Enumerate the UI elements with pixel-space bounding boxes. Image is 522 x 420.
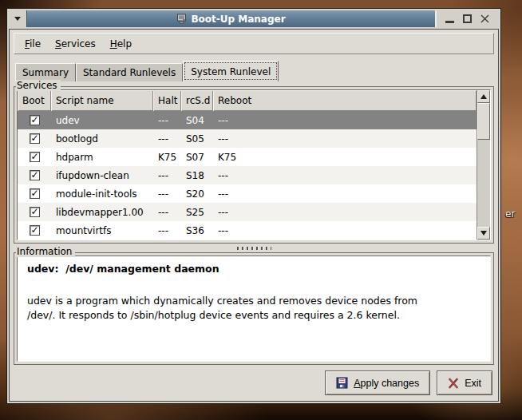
table-header: Boot Script name Halt rcS.d Reboot [18, 90, 477, 111]
cell-rcsd: S18 [181, 170, 213, 181]
titlebar-center[interactable]: Boot-Up Manager [26, 10, 435, 27]
boot-up-manager-window: Boot-Up Manager File Services Help Summa… [6, 8, 501, 404]
check-icon: ✓ [30, 208, 38, 216]
save-floppy-icon [336, 377, 348, 389]
apply-changes-button[interactable]: Apply changes [325, 370, 430, 395]
cell-reboot: --- [213, 188, 477, 200]
col-header-boot[interactable]: Boot [18, 90, 51, 111]
check-icon: ✓ [30, 226, 38, 235]
cell-script: ifupdown-clean [51, 170, 153, 181]
cell-rcsd: S36 [181, 225, 213, 236]
boot-checkbox[interactable]: ✓ [30, 225, 40, 236]
splitter-grip-icon [237, 247, 271, 250]
cell-rcsd: S04 [181, 115, 213, 126]
cell-rcsd: S05 [181, 133, 213, 145]
information-frame-label: Information [16, 246, 75, 257]
window-menu-button[interactable] [9, 10, 26, 27]
tab-summary[interactable]: Summary [15, 63, 76, 81]
cell-script: libdevmapper1.00 [51, 207, 153, 218]
scrollbar-thumb[interactable] [477, 103, 490, 140]
check-icon: ✓ [30, 189, 38, 198]
boot-checkbox[interactable]: ✓ [30, 133, 40, 144]
menu-services[interactable]: Services [48, 35, 103, 53]
cell-rcsd: S25 [181, 207, 213, 218]
arrow-up-icon [480, 94, 487, 99]
cell-halt: --- [153, 188, 181, 200]
table-row-ifupdown-clean[interactable]: ✓ ifupdown-clean --- S18 --- [18, 166, 477, 184]
window-title: Boot-Up Manager [191, 14, 285, 25]
window-controls [435, 10, 499, 27]
col-header-reboot[interactable]: Reboot [213, 90, 477, 111]
services-table: Boot Script name Halt rcS.d Reboot ✓ ude… [17, 89, 491, 240]
col-header-script[interactable]: Script name [51, 90, 153, 111]
table-row-hdparm[interactable]: ✓ hdparm K75 S07 K75 [18, 148, 477, 166]
service-description-title: udev: /dev/ management daemon [27, 263, 480, 275]
table-row-module-init-tools[interactable]: ✓ module-init-tools --- S20 --- [18, 184, 477, 203]
scroll-down-button[interactable] [477, 227, 490, 240]
cell-halt: K75 [153, 152, 181, 163]
services-tree: Boot Script name Halt rcS.d Reboot ✓ ude… [18, 90, 477, 240]
boot-checkbox[interactable]: ✓ [30, 170, 40, 180]
exit-button[interactable]: Exit [437, 370, 492, 395]
window-menu-arrow-icon [14, 17, 21, 21]
menubar: File Services Help [14, 33, 494, 54]
table-row-libdevmapper[interactable]: ✓ libdevmapper1.00 --- S25 --- [18, 203, 477, 221]
client-area: File Services Help Summary Standard Runl… [9, 29, 499, 402]
services-frame-label: Services [16, 80, 61, 91]
cell-script: udev [51, 115, 153, 126]
cell-rcsd: S20 [181, 188, 213, 200]
button-bar: Apply changes Exit [14, 365, 494, 398]
cell-reboot: --- [213, 133, 477, 145]
check-icon: ✓ [30, 116, 38, 125]
check-icon: ✓ [30, 153, 38, 161]
paned-splitter[interactable] [14, 244, 494, 252]
services-frame: Services Boot Script name Halt rcS.d Reb… [14, 86, 494, 244]
check-icon: ✓ [30, 134, 38, 143]
cell-reboot: --- [213, 115, 477, 126]
col-header-rcsd[interactable]: rcS.d [181, 90, 213, 111]
table-row-bootlogd[interactable]: ✓ bootlogd --- S05 --- [18, 129, 477, 148]
boot-checkbox[interactable]: ✓ [30, 115, 40, 125]
cell-reboot: K75 [213, 152, 477, 163]
vertical-scrollbar[interactable] [477, 90, 490, 240]
app-icon [176, 14, 187, 24]
cell-script: mountvirtfs [51, 225, 153, 236]
cell-script: hdparm [51, 152, 153, 163]
desktop-icon-label-fragment: er [505, 208, 515, 220]
cell-halt: --- [153, 115, 181, 126]
exit-x-icon [448, 378, 459, 389]
close-button[interactable] [480, 14, 490, 24]
scroll-up-button[interactable] [477, 90, 490, 103]
check-icon: ✓ [30, 171, 38, 180]
maximize-button[interactable] [463, 14, 472, 23]
cell-halt: --- [153, 225, 181, 236]
scrollbar-trough[interactable] [477, 103, 490, 227]
table-row-udev[interactable]: ✓ udev --- S04 --- [18, 111, 477, 129]
cell-reboot: --- [213, 225, 477, 236]
table-row-mountvirtfs[interactable]: ✓ mountvirtfs --- S36 --- [18, 221, 477, 240]
information-frame: Information udev: /dev/ management daemo… [14, 252, 494, 365]
col-header-halt[interactable]: Halt [153, 90, 181, 111]
cell-halt: --- [153, 133, 181, 145]
cell-halt: --- [153, 170, 181, 181]
titlebar: Boot-Up Manager [9, 10, 499, 27]
cell-reboot: --- [213, 170, 477, 181]
tab-strip: Summary Standard Runlevels System Runlev… [14, 61, 494, 81]
service-description-body: udev is a program which dynamically crea… [27, 294, 480, 323]
menu-help[interactable]: Help [103, 35, 139, 53]
cell-script: bootlogd [51, 133, 153, 145]
boot-checkbox[interactable]: ✓ [30, 188, 40, 199]
arrow-down-icon [480, 231, 487, 236]
tab-standard-runlevels[interactable]: Standard Runlevels [76, 63, 183, 81]
cell-rcsd: S07 [181, 152, 213, 163]
information-text-area: udev: /dev/ management daemon udev is a … [17, 256, 491, 362]
minimize-button[interactable] [445, 21, 454, 23]
tab-system-runlevel[interactable]: System Runlevel [183, 61, 279, 81]
menu-file[interactable]: File [18, 35, 48, 53]
table-body: ✓ udev --- S04 --- ✓ bootlogd --- S05 --… [18, 111, 477, 240]
cell-reboot: --- [213, 207, 477, 218]
cell-halt: --- [153, 207, 181, 218]
cell-script: module-init-tools [51, 188, 153, 200]
boot-checkbox[interactable]: ✓ [30, 207, 40, 217]
boot-checkbox[interactable]: ✓ [30, 152, 40, 162]
